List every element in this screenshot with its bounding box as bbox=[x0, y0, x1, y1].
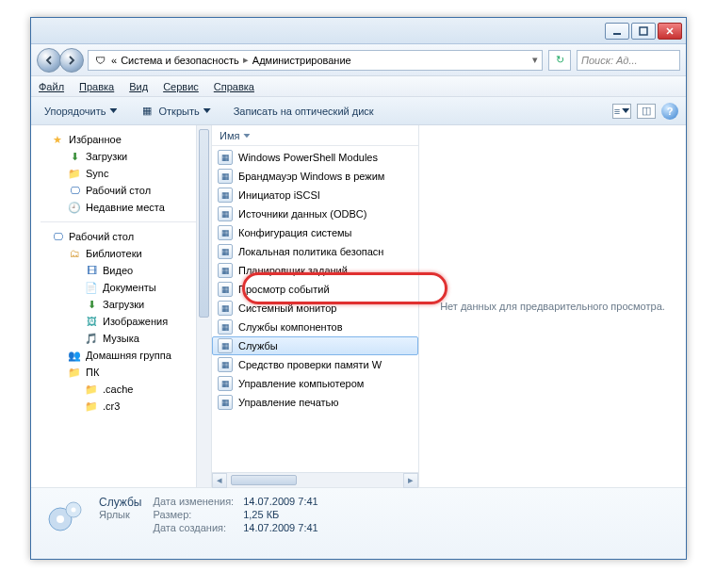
folder-icon: 📁 bbox=[84, 383, 99, 396]
list-item[interactable]: ▦Источники данных (ODBC) bbox=[212, 204, 418, 223]
music-icon: 🎵 bbox=[84, 332, 99, 345]
back-button[interactable] bbox=[37, 48, 61, 73]
shortcut-icon: ▦ bbox=[218, 169, 233, 184]
menu-help[interactable]: Справка bbox=[214, 81, 254, 92]
list-item[interactable]: ▦Брандмауэр Windows в режим bbox=[212, 167, 418, 186]
shortcut-icon: ▦ bbox=[218, 282, 233, 297]
titlebar[interactable] bbox=[31, 18, 686, 44]
organize-button[interactable]: Упорядочить bbox=[39, 103, 122, 120]
shortcut-icon: ▦ bbox=[218, 319, 233, 335]
video-icon: 🎞 bbox=[84, 264, 99, 277]
tree-cache[interactable]: 📁.cache bbox=[31, 381, 211, 398]
scroll-thumb[interactable] bbox=[231, 475, 297, 485]
tree-favorites[interactable]: ★Избранное bbox=[31, 131, 211, 148]
tree-desktop[interactable]: 🖵Рабочий стол bbox=[31, 182, 211, 199]
chevron-down-icon bbox=[109, 107, 117, 115]
list-item[interactable]: ▦Конфигурация системы bbox=[212, 223, 418, 242]
column-header-name[interactable]: Имя bbox=[212, 125, 418, 146]
tree-music[interactable]: 🎵Музыка bbox=[31, 330, 211, 347]
address-bar[interactable]: 🛡 « Система и безопасность ▸ Администрир… bbox=[88, 50, 543, 71]
maximize-button[interactable] bbox=[631, 23, 656, 40]
list-item-selected[interactable]: ▦Службы bbox=[212, 336, 418, 355]
horizontal-scrollbar[interactable]: ◂ ▸ bbox=[212, 472, 418, 487]
menu-view[interactable]: Вид bbox=[129, 81, 148, 92]
tree-downloads2[interactable]: ⬇Загрузки bbox=[31, 296, 211, 313]
list-item[interactable]: ▦Windows PowerShell Modules bbox=[212, 148, 418, 167]
list-item[interactable]: ▦Локальная политика безопасн bbox=[212, 242, 418, 261]
list-item[interactable]: ▦Системный монитор bbox=[212, 299, 418, 318]
tree-pc[interactable]: 📁ПК bbox=[31, 364, 211, 381]
refresh-button[interactable]: ↻ bbox=[548, 50, 571, 71]
sidebar-scrollbar[interactable] bbox=[196, 125, 211, 487]
open-button[interactable]: ▦Открыть bbox=[134, 102, 216, 121]
toolbar: Упорядочить ▦Открыть Записать на оптичес… bbox=[31, 97, 686, 125]
shortcut-icon: ▦ bbox=[218, 263, 233, 278]
list-item[interactable]: ▦Управление компьютером bbox=[212, 374, 418, 393]
shortcut-icon: ▦ bbox=[218, 338, 233, 353]
shortcut-icon: ▦ bbox=[218, 301, 233, 316]
menu-file[interactable]: Файл bbox=[39, 81, 64, 92]
svg-rect-0 bbox=[613, 33, 621, 35]
help-button[interactable]: ? bbox=[661, 103, 678, 120]
tree-downloads[interactable]: ⬇Загрузки bbox=[31, 148, 211, 165]
scroll-left-button[interactable]: ◂ bbox=[212, 473, 227, 488]
folder-icon: 📁 bbox=[84, 400, 99, 413]
breadcrumb-item[interactable]: Администрирование bbox=[252, 55, 351, 66]
close-button[interactable] bbox=[658, 23, 682, 40]
shortcut-icon: ▦ bbox=[218, 188, 233, 203]
list-item[interactable]: ▦Инициатор iSCSI bbox=[212, 186, 418, 204]
download-icon: ⬇ bbox=[67, 150, 82, 163]
svg-point-5 bbox=[72, 508, 76, 513]
menu-edit[interactable]: Правка bbox=[79, 81, 114, 92]
menu-tools[interactable]: Сервис bbox=[163, 81, 199, 92]
tree-recent[interactable]: 🕘Недавние места bbox=[31, 199, 211, 216]
download-icon: ⬇ bbox=[84, 298, 99, 311]
tree-homegroup[interactable]: 👥Домашняя группа bbox=[31, 347, 211, 364]
scroll-thumb[interactable] bbox=[199, 129, 209, 318]
chevron-down-icon bbox=[622, 107, 629, 115]
recent-icon: 🕘 bbox=[67, 201, 82, 214]
file-list-pane: Имя ▦Windows PowerShell Modules ▦Брандма… bbox=[212, 125, 419, 487]
scroll-right-button[interactable]: ▸ bbox=[403, 473, 418, 488]
list-item[interactable]: ▦Службы компонентов bbox=[212, 318, 418, 336]
chevron-right-icon: ▸ bbox=[243, 54, 249, 66]
burn-button[interactable]: Записать на оптический диск bbox=[228, 103, 380, 120]
shortcut-icon: ▦ bbox=[218, 357, 233, 372]
document-icon: 📄 bbox=[84, 281, 99, 294]
tree-video[interactable]: 🎞Видео bbox=[31, 262, 211, 279]
minimize-button[interactable] bbox=[605, 23, 629, 40]
list-item[interactable]: ▦Планировщик заданий bbox=[212, 261, 418, 280]
preview-pane-button[interactable]: ◫ bbox=[637, 104, 656, 119]
tree-sync[interactable]: 📁Sync bbox=[31, 165, 211, 182]
search-input[interactable]: Поиск: Ад... bbox=[577, 50, 680, 71]
content-body: ★Избранное ⬇Загрузки 📁Sync 🖵Рабочий стол… bbox=[31, 125, 686, 487]
explorer-window: 🛡 « Система и безопасность ▸ Администрир… bbox=[30, 17, 687, 560]
desktop-icon: 🖵 bbox=[67, 184, 82, 197]
breadcrumb-item[interactable]: Система и безопасность bbox=[121, 55, 239, 66]
list-item[interactable]: ▦Средство проверки памяти W bbox=[212, 355, 418, 374]
folder-icon: 📁 bbox=[67, 167, 82, 180]
view-mode-button[interactable]: ≡ bbox=[612, 104, 631, 119]
tree-libraries[interactable]: 🗂Библиотеки bbox=[31, 245, 211, 262]
breadcrumb-prefix: « bbox=[111, 55, 117, 66]
tree-desktop-root[interactable]: 🖵Рабочий стол bbox=[31, 228, 211, 245]
tree-documents[interactable]: 📄Документы bbox=[31, 279, 211, 296]
tree-cr3[interactable]: 📁.cr3 bbox=[31, 398, 211, 415]
list-item[interactable]: ▦Просмотр событий bbox=[212, 280, 418, 299]
shortcut-icon: ▦ bbox=[218, 150, 233, 165]
menubar: Файл Правка Вид Сервис Справка bbox=[31, 76, 686, 97]
search-placeholder: Поиск: Ад... bbox=[581, 55, 638, 66]
list-item[interactable]: ▦Управление печатью bbox=[212, 393, 418, 412]
open-icon: ▦ bbox=[139, 105, 155, 118]
services-icon bbox=[42, 496, 88, 541]
chevron-down-icon[interactable]: ▾ bbox=[532, 54, 538, 66]
details-type: Ярлык bbox=[99, 509, 141, 520]
shortcut-icon: ▦ bbox=[218, 225, 233, 240]
preview-pane: Нет данных для предварительного просмотр… bbox=[419, 125, 686, 487]
tree-images[interactable]: 🖼Изображения bbox=[31, 313, 211, 330]
svg-rect-1 bbox=[640, 27, 647, 35]
folder-icon: 📁 bbox=[67, 366, 82, 379]
shortcut-icon: ▦ bbox=[218, 244, 233, 259]
svg-point-3 bbox=[57, 515, 64, 523]
forward-button[interactable] bbox=[59, 48, 84, 73]
